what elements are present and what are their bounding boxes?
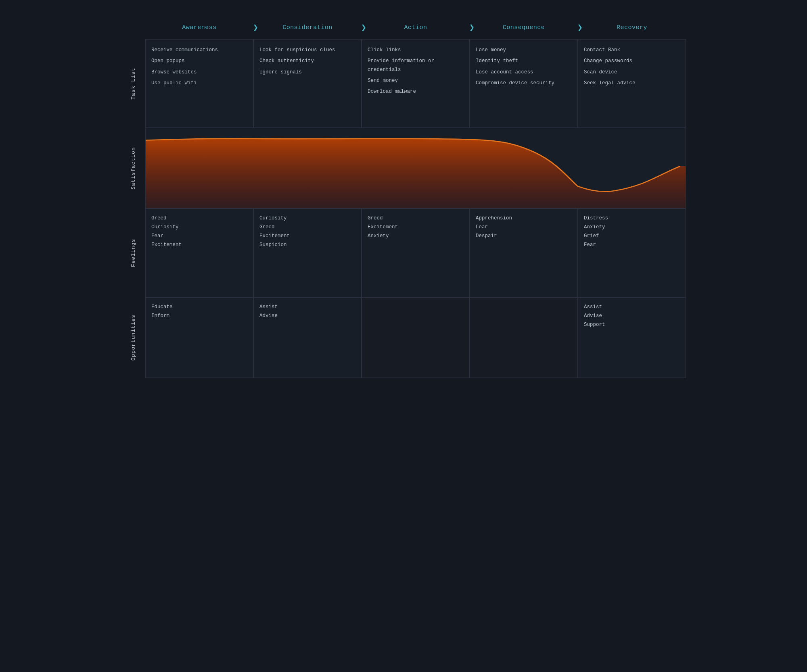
task-list-awareness: Receive communications Open popups Brows…	[151, 46, 247, 88]
col-title-consideration: Consideration	[282, 24, 332, 31]
header-cell-consideration: Consideration ❯	[253, 24, 362, 31]
list-item: Curiosity	[259, 215, 355, 221]
task-cell-awareness: Receive communications Open popups Brows…	[145, 39, 253, 128]
task-list-label: Task List	[121, 39, 145, 128]
col-title-action: Action	[404, 24, 427, 31]
list-item: Suspicion	[259, 242, 355, 248]
list-item: Compromise device security	[476, 79, 572, 88]
col-title-consequence: Consequence	[503, 24, 545, 31]
list-item: Excitement	[368, 224, 464, 230]
list-item: Download malware	[368, 88, 464, 96]
task-list-action: Click links Provide information or crede…	[368, 46, 464, 96]
opportunities-cell-recovery: Assist Advise Support	[578, 297, 686, 378]
task-list-consideration: Look for suspicious clues Check authenti…	[259, 46, 355, 77]
satisfaction-row	[145, 128, 686, 209]
list-item: Fear	[476, 224, 572, 230]
list-item: Change passwords	[584, 57, 680, 65]
list-item: Greed	[368, 215, 464, 221]
opportunities-cell-awareness: Educate Inform	[145, 297, 253, 378]
arrow-2: ❯	[361, 22, 366, 33]
task-row: Receive communications Open popups Brows…	[145, 39, 686, 128]
list-item: Educate	[151, 304, 247, 310]
opportunities-list-recovery: Assist Advise Support	[584, 304, 680, 328]
col-title-recovery: Recovery	[617, 24, 647, 31]
col-title-awareness: Awareness	[182, 24, 217, 31]
feelings-label: Feelings	[121, 209, 145, 297]
list-item: Receive communications	[151, 46, 247, 54]
feelings-cell-consequence: Apprehension Fear Despair	[470, 209, 578, 297]
list-item: Seek legal advice	[584, 79, 680, 88]
list-item: Provide information or credentials	[368, 57, 464, 74]
feelings-row: Greed Curiosity Fear Excitement Curiosit…	[145, 209, 686, 297]
list-item: Ignore signals	[259, 68, 355, 77]
list-item: Grief	[584, 233, 680, 239]
list-item: Send money	[368, 77, 464, 85]
list-item: Anxiety	[368, 233, 464, 239]
opportunities-label: Opportunities	[121, 297, 145, 378]
list-item: Distress	[584, 215, 680, 221]
list-item: Scan device	[584, 68, 680, 77]
arrow-4: ❯	[577, 22, 583, 33]
list-item: Click links	[368, 46, 464, 54]
list-item: Advise	[259, 313, 355, 319]
list-item: Greed	[151, 215, 247, 221]
list-item: Excitement	[151, 242, 247, 248]
list-item: Apprehension	[476, 215, 572, 221]
list-item: Curiosity	[151, 224, 247, 230]
opportunities-cell-consideration: Assist Advise	[253, 297, 362, 378]
chart-fill-area	[146, 139, 686, 208]
list-item: Browse websites	[151, 68, 247, 77]
list-item: Check authenticity	[259, 57, 355, 65]
list-item: Fear	[151, 233, 247, 239]
list-item: Excitement	[259, 233, 355, 239]
satisfaction-label: Satisfaction	[121, 128, 145, 209]
task-list-consequence: Lose money Identity theft Lose account a…	[476, 46, 572, 88]
content-area: Receive communications Open popups Brows…	[145, 39, 686, 378]
opportunities-row: Educate Inform Assist Advise Assist	[145, 297, 686, 378]
arrow-3: ❯	[469, 22, 475, 33]
list-item: Use public Wifi	[151, 79, 247, 88]
feelings-cell-consideration: Curiosity Greed Excitement Suspicion	[253, 209, 362, 297]
feelings-list-awareness: Greed Curiosity Fear Excitement	[151, 215, 247, 248]
list-item: Inform	[151, 313, 247, 319]
list-item: Lose account access	[476, 68, 572, 77]
arrow-1: ❯	[253, 22, 258, 33]
task-cell-consequence: Lose money Identity theft Lose account a…	[470, 39, 578, 128]
feelings-cell-recovery: Distress Anxiety Grief Fear	[578, 209, 686, 297]
opportunities-list-awareness: Educate Inform	[151, 304, 247, 319]
header-cell-action: Action ❯	[362, 24, 470, 31]
header-row: Awareness ❯ Consideration ❯ Action ❯ Con…	[145, 24, 686, 31]
list-item: Identity theft	[476, 57, 572, 65]
opportunities-cell-action	[362, 297, 470, 378]
task-cell-consideration: Look for suspicious clues Check authenti…	[253, 39, 362, 128]
list-item: Anxiety	[584, 224, 680, 230]
feelings-list-consequence: Apprehension Fear Despair	[476, 215, 572, 239]
list-item: Greed	[259, 224, 355, 230]
feelings-list-consideration: Curiosity Greed Excitement Suspicion	[259, 215, 355, 248]
list-item: Despair	[476, 233, 572, 239]
list-item: Support	[584, 322, 680, 328]
list-item: Assist	[584, 304, 680, 310]
task-list-recovery: Contact Bank Change passwords Scan devic…	[584, 46, 680, 88]
task-cell-recovery: Contact Bank Change passwords Scan devic…	[578, 39, 686, 128]
feelings-cell-action: Greed Excitement Anxiety	[362, 209, 470, 297]
page-wrapper: Awareness ❯ Consideration ❯ Action ❯ Con…	[121, 24, 686, 378]
header-cell-consequence: Consequence ❯	[470, 24, 578, 31]
list-item: Contact Bank	[584, 46, 680, 54]
opportunities-list-consideration: Assist Advise	[259, 304, 355, 319]
feelings-cell-awareness: Greed Curiosity Fear Excitement	[145, 209, 253, 297]
header-cell-recovery: Recovery	[578, 24, 686, 31]
row-labels: Task List Satisfaction Feelings Opportun…	[121, 39, 145, 378]
feelings-list-recovery: Distress Anxiety Grief Fear	[584, 215, 680, 248]
header-cell-awareness: Awareness ❯	[145, 24, 253, 31]
task-cell-action: Click links Provide information or crede…	[362, 39, 470, 128]
list-item: Advise	[584, 313, 680, 319]
list-item: Open popups	[151, 57, 247, 65]
list-item: Fear	[584, 242, 680, 248]
list-item: Assist	[259, 304, 355, 310]
satisfaction-chart	[146, 128, 686, 208]
list-item: Lose money	[476, 46, 572, 54]
opportunities-cell-consequence	[470, 297, 578, 378]
feelings-list-action: Greed Excitement Anxiety	[368, 215, 464, 239]
list-item: Look for suspicious clues	[259, 46, 355, 54]
